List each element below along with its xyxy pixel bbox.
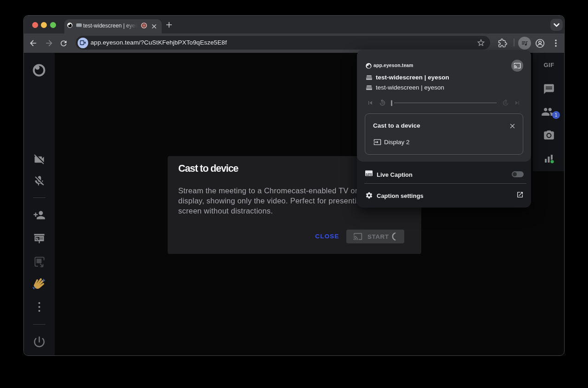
svg-text:10: 10 [504,102,507,104]
svg-text:10: 10 [381,102,384,104]
